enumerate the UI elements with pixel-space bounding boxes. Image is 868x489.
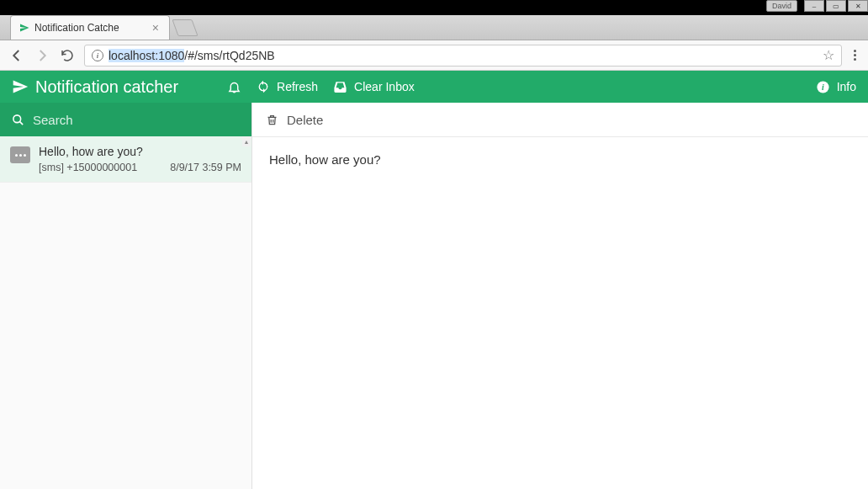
notifications-button[interactable] [227,80,241,94]
app-title: Notification catcher [12,77,178,97]
sidebar: ▲ Hello, how are you? [sms] +15000000001… [0,103,252,489]
forward-button[interactable] [34,47,50,64]
message-from: [sms] +15000000001 [39,162,137,173]
paper-plane-icon [12,78,29,95]
refresh-icon [257,80,270,93]
message-date: 8/9/17 3:59 PM [170,162,241,173]
reload-button[interactable] [59,47,76,64]
browser-tab[interactable]: Notification Catche × [10,15,170,40]
refresh-button[interactable]: Refresh [257,80,318,93]
tab-title: Notification Catche [34,22,146,34]
info-label: Info [837,80,856,93]
os-maximize[interactable]: ▭ [826,0,846,12]
os-minimize[interactable]: – [804,0,824,12]
os-user-badge: David [766,0,797,12]
back-button[interactable] [8,47,25,64]
svg-point-2 [13,114,21,122]
app-root: Notification catcher Refresh Clear Inbox… [0,71,868,489]
message-meta: Hello, how are you? [sms] +15000000001 8… [39,145,241,173]
app-header: Notification catcher Refresh Clear Inbox… [0,71,868,103]
os-titlebar: David – ▭ ✕ [0,0,868,15]
os-close[interactable]: ✕ [848,0,868,12]
url-text: localhost:1080/#/sms/rtQd25NB [108,49,818,62]
message-item[interactable]: Hello, how are you? [sms] +15000000001 8… [0,136,251,183]
message-body: Hello, how are you? [252,137,868,182]
content-pane: Delete Hello, how are you? [252,103,868,489]
clear-inbox-button[interactable]: Clear Inbox [333,80,415,94]
sms-icon [10,146,30,163]
svg-line-3 [19,121,23,125]
inbox-icon [333,80,347,94]
message-list[interactable]: ▲ Hello, how are you? [sms] +15000000001… [0,136,251,489]
site-info-icon[interactable]: i [92,50,103,61]
info-icon: i [816,80,830,94]
browser-tab-strip: Notification Catche × [0,15,868,40]
bell-icon [227,80,241,94]
new-tab-button[interactable] [172,19,198,36]
search-icon [12,114,24,126]
close-icon[interactable]: × [151,21,161,35]
content-toolbar: Delete [252,103,868,137]
bookmark-star-icon[interactable]: ☆ [823,47,834,63]
browser-menu-button[interactable] [850,46,860,64]
scroll-up-arrow[interactable]: ▲ [242,136,251,146]
delete-button[interactable]: Delete [287,113,323,127]
trash-icon[interactable] [266,113,278,127]
search-bar [0,103,251,136]
paper-plane-icon [19,23,29,33]
search-input[interactable] [33,113,240,127]
app-title-text: Notification catcher [35,77,178,97]
app-body: ▲ Hello, how are you? [sms] +15000000001… [0,103,868,489]
address-bar[interactable]: i localhost:1080/#/sms/rtQd25NB ☆ [84,45,842,66]
refresh-label: Refresh [277,80,318,93]
message-subject: Hello, how are you? [39,145,241,158]
clear-inbox-label: Clear Inbox [354,80,415,93]
info-button[interactable]: i Info [816,80,856,94]
svg-text:i: i [822,82,824,92]
browser-toolbar: i localhost:1080/#/sms/rtQd25NB ☆ [0,40,868,71]
